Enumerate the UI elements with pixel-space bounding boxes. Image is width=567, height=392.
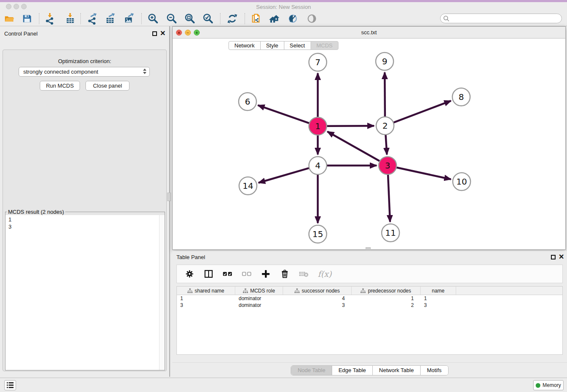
float-window-icon[interactable]: [152, 31, 157, 36]
save-session-icon[interactable]: [21, 12, 33, 25]
edge-3-10[interactable]: [396, 167, 451, 179]
graph-node-4[interactable]: 4: [309, 157, 327, 174]
tab-motifs[interactable]: Motifs: [420, 366, 448, 375]
graph-node-7[interactable]: 7: [309, 53, 327, 71]
delete-row-trash-icon[interactable]: [280, 269, 290, 279]
add-row-icon[interactable]: [261, 269, 271, 279]
tree-icon: [295, 288, 300, 293]
tab-network[interactable]: Network: [228, 41, 261, 50]
cell-name: 1: [421, 295, 456, 302]
slash-circle-icon[interactable]: [286, 12, 299, 25]
table-row[interactable]: 3dominator323: [177, 302, 562, 309]
edge-1-2[interactable]: [327, 126, 374, 126]
toolbar-separator: [80, 13, 81, 24]
graph-node-3[interactable]: 3: [379, 157, 396, 174]
svg-text:11: 11: [385, 228, 396, 238]
optimization-criterion-label: Optimization criterion:: [3, 58, 167, 64]
tab-style[interactable]: Style: [260, 41, 284, 50]
export-table-icon[interactable]: [104, 12, 117, 25]
open-in-web-document-icon[interactable]: [250, 12, 262, 25]
import-network-icon[interactable]: [44, 12, 56, 25]
mcds-result-list: 1 3: [6, 215, 165, 230]
tab-edge-table[interactable]: Edge Table: [332, 366, 372, 375]
column-header-MCDS-role[interactable]: MCDS role: [235, 287, 283, 295]
network-graph[interactable]: 7968124314101511: [173, 39, 565, 249]
edge-2-9[interactable]: [385, 72, 385, 117]
tree-icon: [187, 288, 193, 293]
tab-mcds[interactable]: MCDS: [311, 41, 339, 50]
edge-3-1[interactable]: [328, 132, 380, 161]
memory-button[interactable]: Memory: [533, 380, 564, 390]
refresh-icon[interactable]: [226, 12, 239, 25]
tree-icon: [361, 288, 366, 293]
run-mcds-button[interactable]: Run MCDS: [40, 81, 80, 91]
graph-node-8[interactable]: 8: [452, 88, 470, 106]
edge-1-6[interactable]: [258, 105, 310, 123]
eye-icon[interactable]: [306, 12, 318, 25]
zoom-fit-icon[interactable]: [184, 12, 196, 25]
criterion-select[interactable]: strongly connected component: [19, 67, 150, 77]
tabs-separator: [172, 362, 567, 363]
edge-4-14[interactable]: [259, 168, 309, 183]
zoom-out-icon[interactable]: [165, 12, 178, 25]
svg-text:6: 6: [245, 97, 250, 107]
close-panel-icon[interactable]: ✕: [160, 31, 165, 36]
zoom-selected-icon[interactable]: [202, 12, 215, 25]
task-history-button[interactable]: [4, 380, 16, 390]
app-title: Session: New Session: [0, 4, 567, 10]
export-network-icon[interactable]: [86, 12, 99, 25]
search-input[interactable]: [450, 15, 561, 22]
cell-predecessor-nodes: 1: [352, 295, 421, 302]
svg-text:3: 3: [385, 160, 391, 171]
svg-text:10: 10: [456, 177, 467, 187]
table-close-panel-icon[interactable]: ✕: [559, 254, 564, 259]
network-view-window: ✕ − + scc.txt 7968124314101511: [172, 26, 566, 250]
import-table-icon[interactable]: [64, 12, 77, 25]
close-panel-button[interactable]: Close panel: [85, 81, 129, 91]
open-session-icon[interactable]: [3, 12, 16, 25]
graph-node-14[interactable]: 14: [239, 177, 257, 195]
control-panel-title: Control Panel: [4, 30, 38, 37]
graph-node-10[interactable]: 10: [453, 173, 471, 190]
column-header-predecessor-nodes[interactable]: predecessor nodes: [352, 287, 421, 295]
edge-2-3[interactable]: [385, 135, 387, 155]
column-header-name[interactable]: name: [421, 287, 456, 295]
table-tabs: Node TableEdge TableNetwork TableMotifs: [172, 365, 567, 375]
app-titlebar: Session: New Session: [0, 2, 567, 11]
graph-node-6[interactable]: 6: [239, 93, 256, 110]
cell-shared-name: 3: [177, 302, 235, 309]
delete-table-icon: [299, 269, 309, 279]
edge-2-8[interactable]: [394, 101, 451, 122]
select-all-checkboxes-icon[interactable]: [223, 269, 233, 279]
edge-3-11[interactable]: [388, 174, 390, 222]
window-resize-grip[interactable]: [366, 247, 371, 250]
export-image-icon[interactable]: [123, 12, 135, 25]
panel-splitter[interactable]: [169, 26, 170, 377]
table-float-window-icon[interactable]: [551, 255, 556, 259]
graph-node-1[interactable]: 1: [309, 117, 327, 135]
graph-node-9[interactable]: 9: [376, 52, 394, 70]
result-scrollbar[interactable]: [159, 215, 165, 370]
column-header-shared-name[interactable]: shared name: [177, 287, 235, 295]
tab-node-table[interactable]: Node Table: [291, 366, 332, 375]
svg-text:15: 15: [312, 229, 323, 239]
column-layout-icon[interactable]: [204, 269, 214, 279]
graph-node-15[interactable]: 15: [309, 225, 327, 243]
graph-node-11[interactable]: 11: [382, 224, 399, 242]
settings-gear-icon[interactable]: [184, 269, 195, 279]
search-icon: [443, 15, 450, 22]
graph-node-2[interactable]: 2: [376, 117, 394, 135]
deselect-all-checkboxes-icon[interactable]: [242, 269, 252, 279]
tab-select[interactable]: Select: [284, 41, 311, 50]
table-panel-title: Table Panel: [176, 254, 205, 260]
splitter-grip[interactable]: [167, 193, 171, 201]
svg-text:7: 7: [315, 57, 321, 67]
zoom-in-icon[interactable]: [147, 12, 160, 25]
houses-icon[interactable]: [268, 12, 281, 25]
network-window-titlebar[interactable]: ✕ − + scc.txt: [173, 27, 565, 39]
tab-network-table[interactable]: Network Table: [372, 366, 420, 375]
table-row[interactable]: 1dominator411: [177, 295, 562, 302]
control-panel-tabs: NetworkStyleSelectMCDS: [228, 41, 339, 50]
column-header-successor-nodes[interactable]: successor nodes: [283, 287, 352, 295]
table-tabs-group: Node TableEdge TableNetwork TableMotifs: [291, 365, 448, 375]
